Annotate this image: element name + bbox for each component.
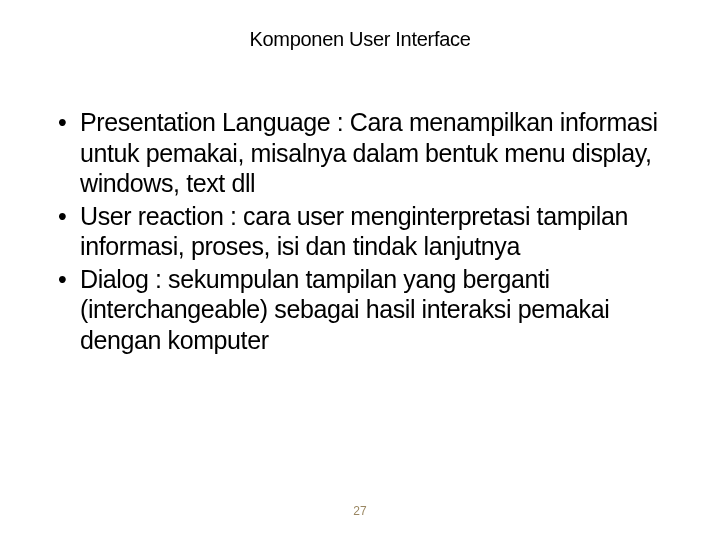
page-number: 27 xyxy=(0,504,720,518)
slide-title: Komponen User Interface xyxy=(48,28,672,51)
bullet-list: Presentation Language : Cara menampilkan… xyxy=(58,107,672,355)
list-item: User reaction : cara user menginterpreta… xyxy=(58,201,672,262)
list-item: Presentation Language : Cara menampilkan… xyxy=(58,107,672,199)
slide: Komponen User Interface Presentation Lan… xyxy=(0,0,720,540)
slide-content: Presentation Language : Cara menampilkan… xyxy=(48,107,672,355)
list-item: Dialog : sekumpulan tampilan yang bergan… xyxy=(58,264,672,356)
